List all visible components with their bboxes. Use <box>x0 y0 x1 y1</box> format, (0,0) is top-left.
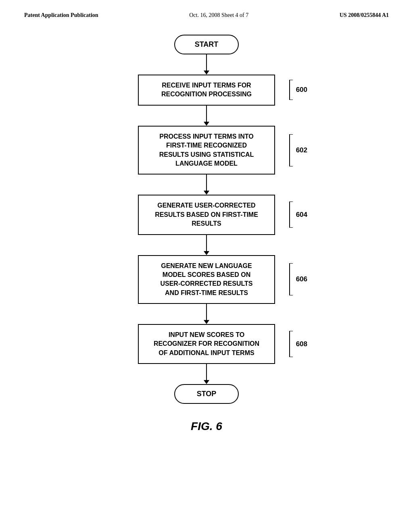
page-header: Patent Application Publication Oct. 16, … <box>24 12 389 19</box>
arrowhead-3 <box>204 191 209 195</box>
step-604-box: GENERATE USER-CORRECTEDRESULTS BASED ON … <box>138 195 275 235</box>
step-608-container: INPUT NEW SCORES TORECOGNIZER FOR RECOGN… <box>138 324 275 364</box>
arrow-6 <box>204 364 209 384</box>
arrow-4 <box>204 235 209 255</box>
step-602-box: PROCESS INPUT TERMS INTOFIRST-TIME RECOG… <box>138 126 275 175</box>
arrow-5 <box>204 304 209 324</box>
header-center: Oct. 16, 2008 Sheet 4 of 7 <box>189 12 248 19</box>
stop-shape: STOP <box>174 384 239 404</box>
step-608-label: 608 <box>282 331 307 357</box>
arrow-2 <box>204 106 209 126</box>
stop-node: STOP <box>174 384 239 404</box>
arrow-1 <box>204 54 209 75</box>
arrow-line-6 <box>206 364 207 380</box>
step-600-label: 600 <box>282 80 307 100</box>
arrowhead-2 <box>204 122 209 126</box>
step-600-container: RECEIVE INPUT TERMS FORRECOGNITION PROCE… <box>138 75 275 106</box>
step-606-label: 606 <box>282 263 307 295</box>
step-602-container: PROCESS INPUT TERMS INTOFIRST-TIME RECOG… <box>138 126 275 175</box>
start-node: START <box>174 35 239 54</box>
patent-page: Patent Application Publication Oct. 16, … <box>0 0 413 532</box>
arrow-line-4 <box>206 235 207 251</box>
flowchart: START RECEIVE INPUT TERMS FORRECOGNITION… <box>24 35 389 404</box>
arrowhead-1 <box>204 71 209 75</box>
step-604-container: GENERATE USER-CORRECTEDRESULTS BASED ON … <box>138 195 275 235</box>
step-606-container: GENERATE NEW LANGUAGEMODEL SCORES BASED … <box>138 255 275 304</box>
arrowhead-4 <box>204 251 209 255</box>
arrowhead-6 <box>204 380 209 384</box>
arrow-3 <box>204 175 209 195</box>
header-left: Patent Application Publication <box>24 12 98 19</box>
step-604-label: 604 <box>282 202 307 228</box>
figure-caption: FIG. 6 <box>24 420 389 433</box>
arrow-line-2 <box>206 106 207 122</box>
step-608-box: INPUT NEW SCORES TORECOGNIZER FOR RECOGN… <box>138 324 275 364</box>
start-shape: START <box>174 35 239 54</box>
step-600-box: RECEIVE INPUT TERMS FORRECOGNITION PROCE… <box>138 75 275 106</box>
arrow-line-1 <box>206 54 207 71</box>
step-602-label: 602 <box>282 134 307 166</box>
arrow-line-5 <box>206 304 207 320</box>
arrow-line-3 <box>206 175 207 191</box>
arrowhead-5 <box>204 320 209 324</box>
header-right: US 2008/0255844 A1 <box>340 12 389 19</box>
step-606-box: GENERATE NEW LANGUAGEMODEL SCORES BASED … <box>138 255 275 304</box>
